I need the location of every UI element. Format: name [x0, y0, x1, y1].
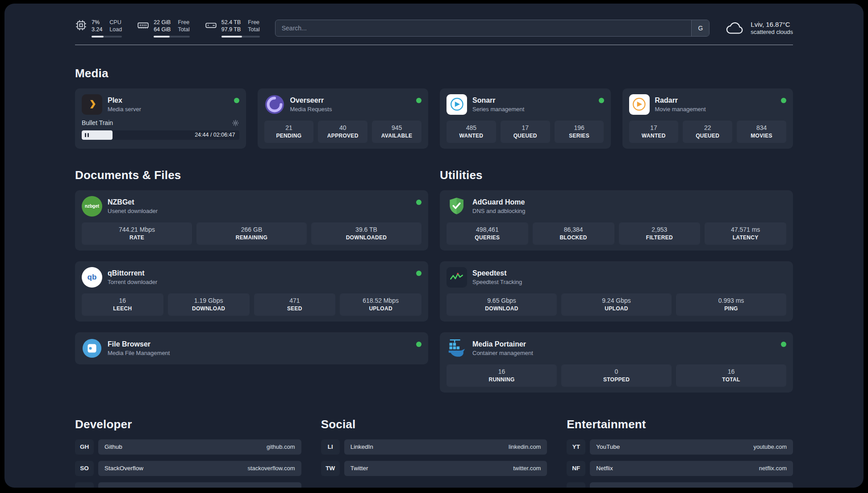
gear-icon[interactable] [232, 119, 239, 127]
stat-value: 9.65 Gbps [449, 297, 554, 304]
dashboard: 7% 3.24 CPU Load [4, 4, 864, 488]
app-meta: Radarr Movie management [655, 96, 706, 112]
disk-progress-fill [221, 36, 242, 38]
link-youtube[interactable]: YT YouTube youtube.com [567, 439, 793, 455]
disk-total-value: 97.9 TB [221, 26, 241, 33]
app-subtitle: Torrent downloader [108, 279, 157, 285]
sonarr-icon [447, 94, 467, 115]
netflix-icon: NF [567, 461, 585, 476]
stat-label: QUEUED [685, 133, 730, 139]
stat-label: QUEUED [503, 133, 547, 139]
stat-tile: 17 QUEUED [501, 121, 550, 143]
reddit-icon: RE [567, 482, 585, 488]
app-meta: Speedtest Speedtest Tracking [472, 269, 522, 285]
link-name: YouTube [596, 443, 620, 450]
dev-icon: DT [75, 482, 94, 488]
link-url: linkedin.com [509, 443, 541, 450]
app-card-overseerr[interactable]: Overseerr Media Requests 21 PENDING 40 A… [258, 88, 429, 149]
link-linkedin[interactable]: LI LinkedIn linkedin.com [321, 439, 547, 455]
stat-label: UPLOAD [564, 305, 669, 312]
app-meta: qBittorrent Torrent downloader [108, 269, 157, 285]
documents-section: Documents & Files nzbget NZBGet Usenet d… [75, 168, 428, 393]
playback-time: 24:44 / 02:06:47 [195, 132, 235, 138]
stat-value: 9.24 Gbps [564, 297, 669, 304]
link-name: StackOverflow [104, 465, 143, 472]
cpu-metric: 7% 3.24 CPU Load [75, 19, 122, 38]
filebrowser-icon [82, 338, 102, 359]
stat-label: APPROVED [321, 133, 365, 139]
app-card-plex[interactable]: Plex Media server Bullet Train 24 [75, 88, 246, 149]
top-bar: 7% 3.24 CPU Load [75, 19, 793, 38]
stat-value: 266 GB [199, 226, 304, 233]
cpu-percent: 7% [92, 19, 102, 26]
stat-value: 0.993 ms [679, 297, 784, 304]
cpu-load-label: Load [109, 26, 122, 33]
stat-tile: 485 WANTED [447, 121, 496, 143]
media-section: Plex Media server Bullet Train 24 [75, 88, 793, 149]
app-subtitle: Media File Management [108, 350, 170, 356]
cloud-icon [725, 21, 745, 36]
disk-free-label: Free [248, 19, 259, 26]
link-netflix[interactable]: NF Netflix netflix.com [567, 461, 793, 476]
search-bar[interactable]: G [275, 20, 710, 37]
ram-free-label: Free [178, 19, 189, 26]
status-dot [416, 200, 421, 205]
app-card-portainer[interactable]: Media Portainer Container management 16 … [440, 332, 793, 393]
stat-tile: 16 RUNNING [447, 364, 557, 387]
app-card-speedtest[interactable]: Speedtest Speedtest Tracking 9.65 Gbps D… [440, 261, 793, 322]
search-engine-button[interactable]: G [691, 20, 709, 36]
app-card-filebrowser[interactable]: File Browser Media File Management [75, 332, 428, 364]
stat-tile: 39.6 TB DOWNLOADED [311, 222, 421, 245]
link-github[interactable]: GH Github github.com [75, 439, 301, 455]
stat-tile: 196 SERIES [555, 121, 604, 143]
stat-value: 2,953 [622, 226, 698, 233]
link-stackoverflow[interactable]: SO StackOverflow stackoverflow.com [75, 461, 301, 476]
stats-row: 498,461 QUERIES 86,384 BLOCKED 2,953 FIL… [447, 222, 786, 245]
header-divider [75, 45, 793, 45]
stat-value: 22 [685, 124, 730, 131]
weather-condition: scattered clouds [751, 29, 793, 35]
status-dot [234, 98, 239, 103]
link-twitter[interactable]: TW Twitter twitter.com [321, 461, 547, 476]
app-card-adguard[interactable]: AdGuard Home DNS and adblocking 498,461 … [440, 190, 793, 251]
app-card-radarr[interactable]: Radarr Movie management 17 WANTED 22 QUE… [622, 88, 793, 149]
app-card-nzbget[interactable]: nzbget NZBGet Usenet downloader 744.21 M… [75, 190, 428, 251]
stat-value: 618.52 Mbps [342, 297, 419, 304]
stackoverflow-icon: SO [75, 461, 94, 476]
stat-tile: 0 STOPPED [561, 364, 672, 387]
utilities-section: Utilities AdGuard Home [440, 168, 793, 393]
app-subtitle: Speedtest Tracking [472, 279, 522, 285]
weather-widget[interactable]: Lviv, 16.87°C scattered clouds [725, 21, 793, 36]
link-reddit[interactable]: RE Reddit reddit.com [567, 482, 793, 488]
stat-label: LATENCY [707, 234, 784, 241]
stat-value: 744.21 Mbps [84, 226, 189, 233]
ram-total-label: Total [178, 26, 189, 33]
link-dev[interactable]: DT DEV dev.to [75, 482, 301, 488]
link-name: Netflix [596, 465, 613, 472]
app-card-sonarr[interactable]: Sonarr Series management 485 WANTED 17 Q… [440, 88, 611, 149]
stat-value: 17 [632, 124, 676, 131]
link-url: github.com [267, 443, 295, 450]
link-name: LinkedIn [351, 443, 373, 450]
status-dot [781, 98, 786, 103]
status-dot [416, 271, 421, 276]
pause-icon[interactable] [85, 133, 89, 137]
stat-tile: 471 SEED [254, 293, 336, 316]
stat-tile: 9.24 Gbps UPLOAD [561, 293, 672, 316]
stat-label: LEECH [84, 305, 161, 312]
app-card-qbittorrent[interactable]: qb qBittorrent Torrent downloader 16 LEE… [75, 261, 428, 322]
stat-value: 945 [375, 124, 419, 131]
stat-label: RATE [84, 234, 189, 241]
stat-label: PENDING [267, 133, 311, 139]
app-subtitle: Series management [472, 106, 524, 113]
stat-value: 21 [267, 124, 311, 131]
app-subtitle: Movie management [655, 106, 706, 113]
developer-section-title: Developer [75, 418, 301, 431]
social-section: Social LI LinkedIn linkedin.com TW Twitt… [321, 418, 547, 488]
cpu-icon [75, 19, 87, 31]
stats-row: 9.65 Gbps DOWNLOAD 9.24 Gbps UPLOAD 0.99… [447, 293, 786, 316]
playback-progress-bar[interactable]: 24:44 / 02:06:47 [82, 130, 239, 140]
search-input[interactable] [275, 20, 692, 36]
ram-icon [137, 19, 149, 31]
portainer-icon [447, 338, 467, 359]
